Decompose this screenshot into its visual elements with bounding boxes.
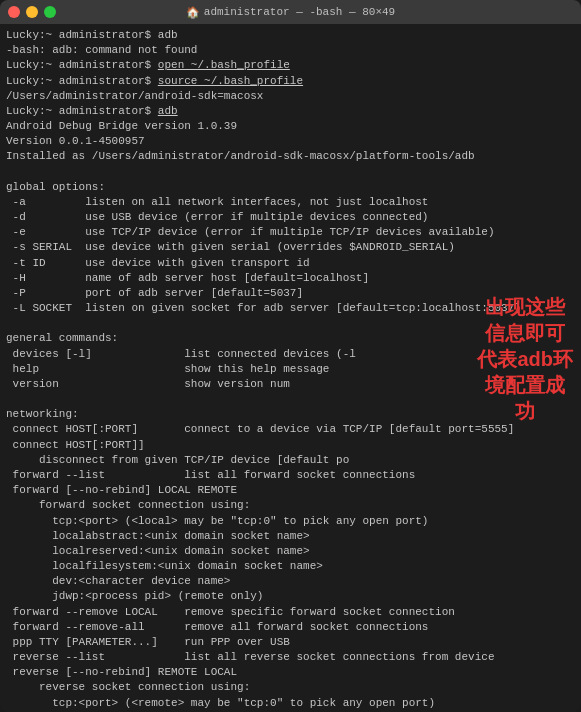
maximize-button[interactable]	[44, 6, 56, 18]
line-35: localreserved:<unix domain socket name>	[6, 544, 575, 559]
line-30: forward --list list all forward socket c…	[6, 468, 575, 483]
line-39: forward --remove LOCAL remove specific f…	[6, 605, 575, 620]
line-27: connect HOST[:PORT] connect to a device …	[6, 422, 575, 437]
line-33: tcp:<port> (<local> may be "tcp:0" to pi…	[6, 514, 575, 529]
line-16: -t ID use device with given transport id	[6, 256, 575, 271]
line-4: Lucky:~ administrator$ source ~/.bash_pr…	[6, 74, 575, 89]
line-42: reverse --list list all reverse socket c…	[6, 650, 575, 665]
line-1: Lucky:~ administrator$ adb	[6, 28, 575, 43]
line-41: ppp TTY [PARAMETER...] run PPP over USB	[6, 635, 575, 650]
line-5: /Users/administrator/android-sdk=macosx	[6, 89, 575, 104]
line-34: localabstract:<unix domain socket name>	[6, 529, 575, 544]
line-40: forward --remove-all remove all forward …	[6, 620, 575, 635]
line-29: disconnect from given TCP/IP device [def…	[6, 453, 575, 468]
line-31: forward [--no-rebind] LOCAL REMOTE	[6, 483, 575, 498]
line-9: Installed as /Users/administrator/androi…	[6, 149, 575, 164]
line-38: jdwp:<process pid> (remote only)	[6, 589, 575, 604]
line-10	[6, 165, 575, 180]
window-title: 🏠 administrator — -bash — 80×49	[186, 6, 395, 19]
line-43: reverse [--no-rebind] REMOTE LOCAL	[6, 665, 575, 680]
line-13: -d use USB device (error if multiple dev…	[6, 210, 575, 225]
line-44: reverse socket connection using:	[6, 680, 575, 695]
line-17: -H name of adb server host [default=loca…	[6, 271, 575, 286]
terminal-window: 🏠 administrator — -bash — 80×49 Lucky:~ …	[0, 0, 581, 712]
home-icon: 🏠	[186, 6, 200, 19]
line-15: -s SERIAL use device with given serial (…	[6, 240, 575, 255]
line-32: forward socket connection using:	[6, 498, 575, 513]
line-37: dev:<character device name>	[6, 574, 575, 589]
annotation-overlay: 出现这些 信息即可 代表adb环 境配置成 功	[477, 294, 573, 424]
line-6: Lucky:~ administrator$ adb	[6, 104, 575, 119]
line-8: Version 0.0.1-4500957	[6, 134, 575, 149]
line-28: connect HOST[:PORT]]	[6, 438, 575, 453]
terminal-content[interactable]: Lucky:~ administrator$ adb -bash: adb: c…	[0, 24, 581, 712]
traffic-lights	[8, 6, 56, 18]
minimize-button[interactable]	[26, 6, 38, 18]
line-3: Lucky:~ administrator$ open ~/.bash_prof…	[6, 58, 575, 73]
line-7: Android Debug Bridge version 1.0.39	[6, 119, 575, 134]
close-button[interactable]	[8, 6, 20, 18]
titlebar: 🏠 administrator — -bash — 80×49	[0, 0, 581, 24]
line-2: -bash: adb: command not found	[6, 43, 575, 58]
line-45: tcp:<port> (<remote> may be "tcp:0" to p…	[6, 696, 575, 711]
line-36: localfilesystem:<unix domain socket name…	[6, 559, 575, 574]
line-12: -a listen on all network interfaces, not…	[6, 195, 575, 210]
line-11: global options:	[6, 180, 575, 195]
line-14: -e use TCP/IP device (error if multiple …	[6, 225, 575, 240]
